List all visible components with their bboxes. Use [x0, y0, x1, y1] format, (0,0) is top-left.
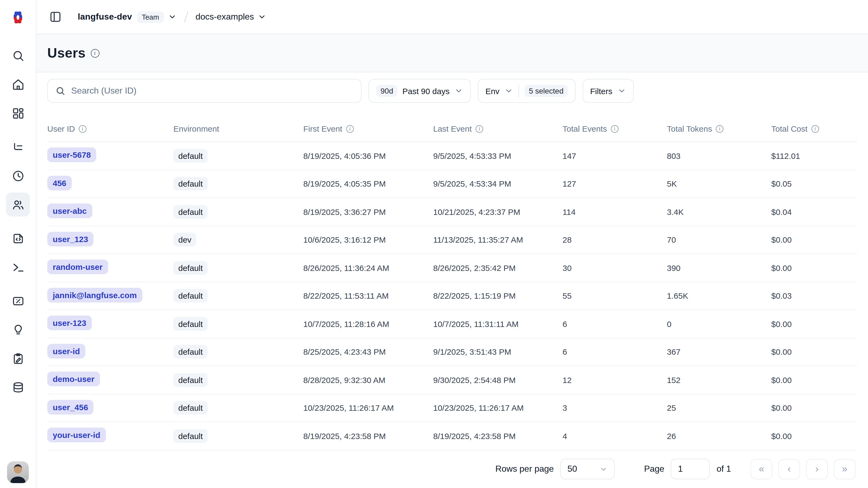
first-event-cell: 10/7/2025, 11:28:16 AM: [303, 319, 433, 328]
last-page-button[interactable]: »: [834, 459, 856, 479]
total-events-cell: 12: [562, 375, 667, 385]
column-header[interactable]: Total Cost: [771, 124, 857, 133]
last-event-cell: 9/30/2025, 2:54:48 PM: [433, 375, 562, 385]
user-id-badge[interactable]: user_123: [47, 232, 93, 247]
column-label: Total Events: [562, 124, 607, 133]
total-events-cell: 30: [562, 263, 667, 272]
total-tokens-cell: 70: [667, 235, 771, 245]
environment-filter[interactable]: Env 5 selected: [478, 79, 575, 103]
table-row[interactable]: random-user default 8/26/2025, 11:36:24 …: [47, 254, 857, 282]
langfuse-logo-icon: [8, 10, 28, 24]
table-row[interactable]: 456 default 8/19/2025, 4:05:35 PM 9/5/20…: [47, 170, 857, 198]
user-avatar[interactable]: [7, 461, 29, 483]
total-tokens-cell: 0: [667, 319, 771, 328]
user-id-badge[interactable]: demo-user: [47, 372, 100, 386]
table-row[interactable]: user_456 default 10/23/2025, 11:26:17 AM…: [47, 394, 857, 422]
user-id-badge[interactable]: user_456: [47, 400, 93, 414]
dashboard-icon: [12, 107, 24, 119]
tracing-icon: [12, 141, 24, 153]
table-row[interactable]: user-id default 8/25/2025, 4:23:43 PM 9/…: [47, 338, 857, 366]
next-page-button[interactable]: ›: [806, 459, 828, 479]
user-id-badge[interactable]: 456: [47, 176, 72, 191]
sidebar-item-search[interactable]: [6, 44, 30, 67]
sidebar-item-tracing[interactable]: [6, 135, 30, 159]
sidebar-item-dashboards[interactable]: [6, 101, 30, 125]
chevron-down-icon: [258, 12, 267, 21]
sidebar-item-annotation[interactable]: [6, 347, 30, 371]
sidebar-item-playground[interactable]: [6, 255, 30, 279]
sidebar-toggle-button[interactable]: [46, 8, 65, 26]
last-event-cell: 8/26/2025, 2:35:42 PM: [433, 263, 562, 272]
first-event-cell: 8/19/2025, 4:05:36 PM: [303, 151, 433, 161]
info-icon: [79, 125, 86, 133]
table-row[interactable]: user-abc default 8/19/2025, 3:36:27 PM 1…: [47, 198, 857, 226]
sidebar-item-datasets[interactable]: [6, 375, 30, 399]
users-icon: [12, 198, 24, 211]
total-pages-label: of 1: [717, 464, 731, 474]
column-header[interactable]: Total Events: [562, 124, 667, 133]
table-row[interactable]: user-5678 default 8/19/2025, 4:05:36 PM …: [47, 142, 857, 170]
project-switcher-button[interactable]: [258, 12, 267, 21]
total-cost-cell: $0.00: [771, 375, 857, 385]
table-row[interactable]: user_123 dev 10/6/2025, 3:16:12 PM 11/13…: [47, 226, 857, 254]
sidebar-item-prompts[interactable]: [6, 226, 30, 250]
panel-left-icon: [50, 11, 61, 23]
user-id-badge[interactable]: user-id: [47, 344, 85, 358]
filters-button[interactable]: Filters: [583, 79, 634, 103]
last-event-cell: 11/13/2025, 11:35:27 AM: [433, 235, 562, 245]
environment-badge: default: [174, 317, 208, 331]
environment-badge: default: [174, 289, 208, 303]
info-icon[interactable]: [91, 49, 99, 57]
search-box[interactable]: [47, 79, 362, 103]
user-id-badge[interactable]: random-user: [47, 260, 108, 275]
table-row[interactable]: jannik@langfuse.com default 8/22/2025, 1…: [47, 282, 857, 310]
first-event-cell: 8/28/2025, 9:32:30 AM: [303, 375, 433, 385]
column-header[interactable]: First Event: [303, 124, 433, 133]
search-input[interactable]: [71, 86, 353, 96]
column-header[interactable]: User ID: [47, 124, 174, 133]
sidebar-item-users[interactable]: [6, 193, 30, 217]
table-row[interactable]: user-123 default 10/7/2025, 11:28:16 AM …: [47, 310, 857, 338]
column-label: First Event: [303, 124, 342, 133]
user-id-badge[interactable]: jannik@langfuse.com: [47, 288, 142, 303]
first-event-cell: 8/26/2025, 11:36:24 AM: [303, 263, 433, 272]
app-window: langfuse-dev Team docs-examples Users: [0, 0, 868, 488]
column-header[interactable]: Total Tokens: [667, 124, 771, 133]
table-header: User ID Environment First Event: [47, 114, 857, 142]
total-events-cell: 6: [562, 347, 667, 356]
langfuse-logo[interactable]: [0, 0, 36, 34]
annotation-clipboard-icon: [12, 352, 24, 365]
page-number-input[interactable]: [671, 459, 710, 480]
first-page-button[interactable]: «: [751, 459, 772, 479]
user-id-badge[interactable]: your-user-id: [47, 428, 106, 442]
org-switcher-button[interactable]: [168, 12, 176, 21]
user-id-badge[interactable]: user-123: [47, 316, 92, 331]
info-icon: [611, 125, 618, 133]
rows-per-page-select[interactable]: 50: [560, 459, 615, 480]
page-label: Page: [644, 464, 664, 474]
table-row[interactable]: your-user-id default 8/19/2025, 4:23:58 …: [47, 422, 857, 450]
total-cost-cell: $0.00: [771, 403, 857, 413]
playground-terminal-icon: [12, 261, 24, 274]
sidebar-item-scores[interactable]: [6, 289, 30, 313]
sidebar-item-sessions[interactable]: [6, 164, 30, 188]
first-event-cell: 8/22/2025, 11:53:11 AM: [303, 291, 433, 300]
time-range-select[interactable]: 90d Past 90 days: [369, 79, 471, 103]
total-tokens-cell: 390: [667, 263, 771, 272]
total-tokens-cell: 3.4K: [667, 207, 771, 217]
column-header[interactable]: Last Event: [433, 124, 562, 133]
table-row[interactable]: demo-user default 8/28/2025, 9:32:30 AM …: [47, 366, 857, 394]
info-icon: [346, 125, 353, 133]
pagination-bar: Rows per page 50 Page of 1 « ‹ › »: [47, 450, 857, 488]
sidebar-item-llm-as-judge[interactable]: [6, 318, 30, 342]
previous-page-button[interactable]: ‹: [778, 459, 800, 479]
breadcrumb-org[interactable]: langfuse-dev: [78, 12, 132, 22]
sidebar-item-home[interactable]: [6, 73, 30, 96]
column-header[interactable]: Environment: [174, 124, 303, 133]
breadcrumb-project[interactable]: docs-examples: [195, 12, 254, 22]
chevron-down-icon: [168, 12, 176, 21]
column-label: Total Tokens: [667, 124, 712, 133]
user-id-badge[interactable]: user-abc: [47, 204, 92, 219]
environment-badge: default: [174, 177, 208, 191]
user-id-badge[interactable]: user-5678: [47, 148, 96, 163]
